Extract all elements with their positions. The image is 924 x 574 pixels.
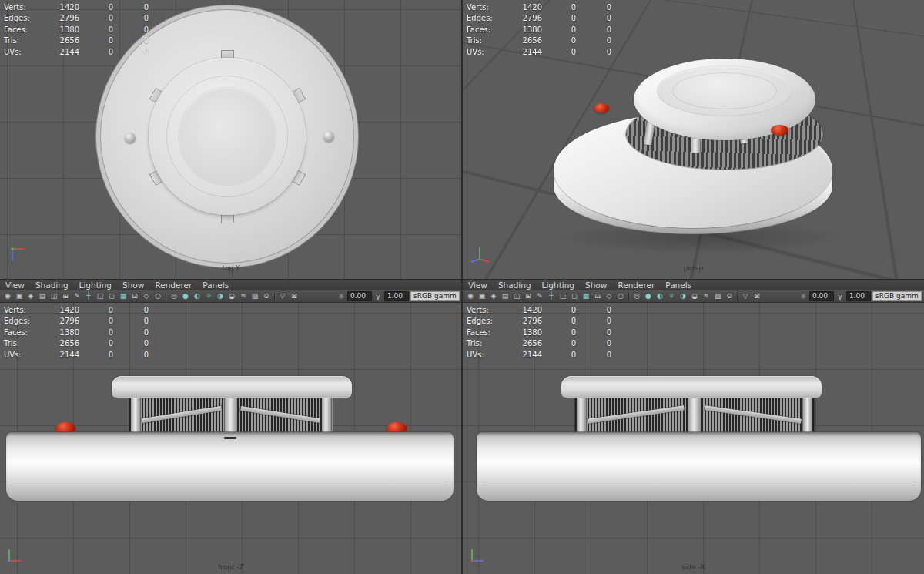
- hud-label: Verts:: [4, 306, 55, 314]
- hud-row: Verts:142000: [467, 2, 611, 13]
- depth-of-field-icon[interactable]: ⊙: [724, 291, 735, 301]
- viewport-persp[interactable]: Verts:142000Edges:279600Faces:138000Tris…: [463, 0, 924, 279]
- pan-zoom-2d-icon[interactable]: ⊞: [523, 291, 534, 301]
- textured-icon[interactable]: ◐: [192, 291, 203, 301]
- pan-zoom-2d-icon[interactable]: ⊞: [60, 291, 71, 301]
- panel-menu-view[interactable]: View: [463, 280, 493, 290]
- detector-cap: [561, 376, 822, 398]
- panel-menu-panels[interactable]: Panels: [197, 280, 234, 290]
- hud-value: 2796: [517, 14, 542, 22]
- grid-icon[interactable]: ┼: [83, 291, 94, 301]
- hud-row: Edges:279600: [467, 13, 611, 25]
- motion-blur-icon[interactable]: ≋: [238, 291, 249, 301]
- shadows-icon[interactable]: ◑: [678, 291, 688, 301]
- colorspace-dropdown[interactable]: sRGB gamm: [410, 291, 460, 301]
- grease-pencil-icon[interactable]: ✎: [72, 291, 82, 301]
- isolate-select-icon[interactable]: ▽: [277, 291, 288, 301]
- multisample-icon[interactable]: ▧: [249, 291, 260, 301]
- hud-label: Faces:: [467, 328, 517, 337]
- film-gate-icon[interactable]: □: [95, 291, 105, 301]
- safe-action-icon[interactable]: ◇: [604, 291, 614, 301]
- safe-action-icon[interactable]: ◇: [141, 291, 152, 301]
- panel-menu-renderer[interactable]: Renderer: [149, 280, 197, 290]
- gate-mask-icon[interactable]: ▦: [118, 291, 129, 301]
- viewport-side[interactable]: Verts:142000Edges:279600Faces:138000Tris…: [463, 303, 924, 574]
- colorspace-dropdown[interactable]: sRGB gamm: [872, 291, 922, 301]
- gate-mask-icon[interactable]: ▦: [581, 291, 591, 301]
- poly-count-hud: Verts:142000Edges:279600Faces:138000Tris…: [4, 304, 149, 361]
- shadows-icon[interactable]: ◑: [215, 291, 226, 301]
- exposure-icon[interactable]: [336, 293, 346, 300]
- panel-menu-shading[interactable]: Shading: [30, 280, 74, 290]
- hud-row: Faces:138000: [4, 327, 149, 338]
- exposure-field[interactable]: 0.00: [347, 291, 372, 301]
- hud-row: Tris:265600: [467, 35, 611, 47]
- safe-title-icon[interactable]: ○: [615, 291, 626, 301]
- panel-menu-lighting[interactable]: Lighting: [537, 280, 580, 290]
- view-label: side -X: [463, 563, 924, 571]
- gamma-field[interactable]: 1.00: [384, 291, 409, 301]
- panel-menu-show[interactable]: Show: [117, 280, 149, 290]
- gamma-icon[interactable]: [373, 293, 383, 300]
- shaded-icon[interactable]: ●: [643, 291, 654, 301]
- panel-menu-shading[interactable]: Shading: [493, 280, 537, 290]
- use-all-lights-icon[interactable]: ☼: [203, 291, 214, 301]
- motion-blur-icon[interactable]: ≋: [701, 291, 711, 301]
- bookmark-icon[interactable]: ▤: [37, 291, 48, 301]
- use-all-lights-icon[interactable]: ☼: [666, 291, 677, 301]
- wireframe-icon[interactable]: ◎: [631, 291, 642, 301]
- hud-label: UVs:: [4, 351, 55, 359]
- select-camera-icon[interactable]: ◉: [2, 291, 13, 301]
- shaded-icon[interactable]: ●: [180, 291, 191, 301]
- xray-icon[interactable]: ⊠: [752, 291, 762, 301]
- panel-menu-panels[interactable]: Panels: [660, 280, 697, 290]
- viewport-front[interactable]: Verts:142000Edges:279600Faces:138000Tris…: [0, 303, 462, 574]
- exposure-field[interactable]: 0.00: [809, 291, 834, 301]
- resolution-gate-icon[interactable]: ◻: [569, 291, 580, 301]
- gamma-field[interactable]: 1.00: [846, 291, 871, 301]
- field-chart-icon[interactable]: ⊡: [129, 291, 140, 301]
- toolbar-icons: ◉▣◈▤◫⊞✎┼□◻▦⊡◇○◎●◐☼◑◒≋▧⊙▽⊠: [2, 291, 300, 301]
- wireframe-icon[interactable]: ◎: [169, 291, 179, 301]
- hud-value: 1380: [517, 25, 542, 34]
- viewport-top[interactable]: Verts:142000Edges:279600Faces:138000Tris…: [0, 0, 462, 279]
- resolution-gate-icon[interactable]: ◻: [106, 291, 117, 301]
- camera-attributes-icon[interactable]: ◈: [25, 291, 36, 301]
- hud-label: Verts:: [467, 3, 517, 12]
- select-camera-icon[interactable]: ◉: [465, 291, 476, 301]
- lock-camera-icon[interactable]: ▣: [477, 291, 487, 301]
- film-gate-icon[interactable]: □: [557, 291, 568, 301]
- grid-icon[interactable]: ┼: [546, 291, 557, 301]
- hud-row: Faces:138000: [4, 24, 149, 35]
- toolbar-separator: [737, 293, 738, 300]
- xray-icon[interactable]: ⊠: [289, 291, 300, 301]
- field-chart-icon[interactable]: ⊡: [592, 291, 603, 301]
- hud-row: Edges:279600: [4, 316, 149, 327]
- camera-attributes-icon[interactable]: ◈: [488, 291, 499, 301]
- isolate-select-icon[interactable]: ▽: [740, 291, 751, 301]
- hud-value: 1380: [55, 25, 79, 34]
- panel-menu-show[interactable]: Show: [580, 280, 612, 290]
- panel-menu-lighting[interactable]: Lighting: [74, 280, 117, 290]
- lock-camera-icon[interactable]: ▣: [14, 291, 25, 301]
- ambient-occlusion-icon[interactable]: ◒: [689, 291, 700, 301]
- toolbar-separator: [628, 293, 629, 300]
- exposure-icon[interactable]: [798, 293, 808, 300]
- toolbar-icons: ◉▣◈▤◫⊞✎┼□◻▦⊡◇○◎●◐☼◑◒≋▧⊙▽⊠: [465, 291, 762, 301]
- gamma-icon[interactable]: [835, 293, 845, 300]
- bookmark-icon[interactable]: ▤: [500, 291, 511, 301]
- safe-title-icon[interactable]: ○: [152, 291, 163, 301]
- hud-value: 1420: [517, 3, 542, 12]
- panel-menu-view[interactable]: View: [0, 280, 30, 290]
- panel-divider[interactable]: [461, 0, 463, 574]
- image-plane-icon[interactable]: ◫: [49, 291, 59, 301]
- grease-pencil-icon[interactable]: ✎: [534, 291, 545, 301]
- hud-label: Edges:: [4, 317, 55, 325]
- multisample-icon[interactable]: ▧: [712, 291, 723, 301]
- image-plane-icon[interactable]: ◫: [511, 291, 522, 301]
- ambient-occlusion-icon[interactable]: ◒: [226, 291, 237, 301]
- textured-icon[interactable]: ◐: [654, 291, 665, 301]
- hud-label: Verts:: [467, 306, 517, 314]
- panel-menu-renderer[interactable]: Renderer: [612, 280, 660, 290]
- depth-of-field-icon[interactable]: ⊙: [261, 291, 272, 301]
